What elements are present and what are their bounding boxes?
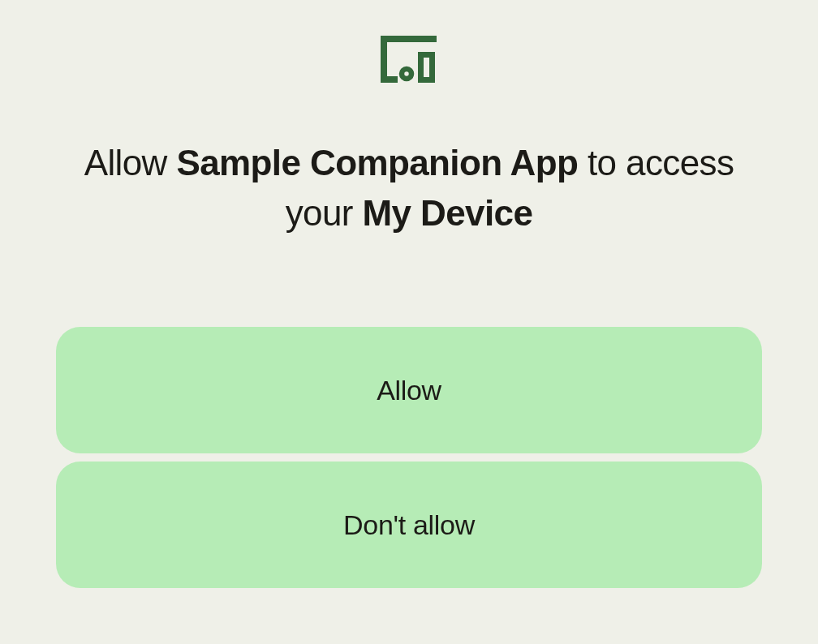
devices-icon bbox=[377, 36, 441, 83]
permission-icon bbox=[377, 36, 441, 86]
deny-button[interactable]: Don't allow bbox=[56, 462, 762, 588]
button-group: Allow Don't allow bbox=[56, 327, 762, 588]
svg-point-0 bbox=[402, 69, 411, 79]
allow-button[interactable]: Allow bbox=[56, 327, 762, 453]
title-app-name: Sample Companion App bbox=[176, 143, 578, 182]
title-device-name: My Device bbox=[362, 193, 532, 233]
permission-title: Allow Sample Companion App to access you… bbox=[60, 138, 758, 238]
title-prefix: Allow bbox=[84, 143, 177, 182]
